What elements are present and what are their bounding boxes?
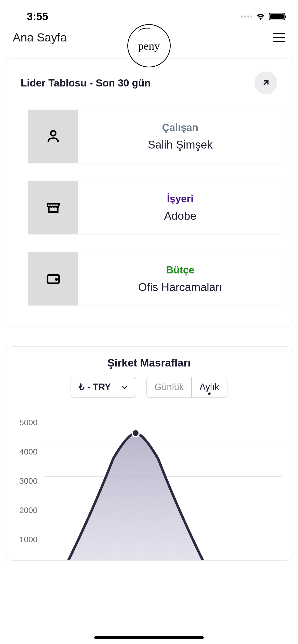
status-time: 3:55 xyxy=(27,10,48,23)
y-tick: 1000 xyxy=(19,535,37,560)
chart-peak-marker xyxy=(132,430,139,437)
home-indicator[interactable] xyxy=(94,636,204,639)
app-logo[interactable]: peny xyxy=(127,24,171,67)
chart-area: 1000 2000 3000 4000 5000 xyxy=(16,418,282,560)
chart-title: Şirket Masrafları xyxy=(16,357,282,369)
wifi-icon xyxy=(255,12,266,21)
toggle-monthly[interactable]: Aylık xyxy=(192,377,227,397)
list-content: İşyeri Adobe xyxy=(78,181,282,234)
expand-button[interactable] xyxy=(254,71,277,94)
chevron-down-icon xyxy=(121,385,128,389)
cellular-dots-icon xyxy=(241,16,252,18)
toggle-daily[interactable]: Günlük xyxy=(147,377,192,397)
list-label: İşyeri xyxy=(167,193,194,204)
store-icon xyxy=(28,181,78,234)
currency-selector[interactable]: ₺ - TRY xyxy=(71,377,136,398)
card-header: Lider Tablosu - Son 30 gün xyxy=(16,71,282,94)
period-toggle: Günlük Aylık xyxy=(146,377,227,398)
list-value: Ofis Harcamaları xyxy=(138,281,222,294)
leaderboard-item-workplace[interactable]: İşyeri Adobe xyxy=(28,181,282,234)
list-label: Bütçe xyxy=(166,264,194,276)
y-axis: 1000 2000 3000 4000 5000 xyxy=(19,418,37,560)
leaderboard-card: Lider Tablosu - Son 30 gün Çalışan Salih… xyxy=(5,58,293,326)
person-icon xyxy=(28,110,78,163)
leaderboard-item-budget[interactable]: Bütçe Ofis Harcamaları xyxy=(28,252,282,305)
status-icons xyxy=(241,12,285,21)
chart-line xyxy=(44,420,282,560)
app-header: Ana Sayfa peny xyxy=(0,28,298,52)
svg-point-0 xyxy=(51,131,56,136)
list-content: Bütçe Ofis Harcamaları xyxy=(78,252,282,305)
leaderboard-item-employee[interactable]: Çalışan Salih Şimşek xyxy=(28,110,282,163)
list-label: Çalışan xyxy=(162,122,198,133)
wallet-icon xyxy=(28,252,78,305)
page-title: Ana Sayfa xyxy=(13,31,67,44)
y-tick: 3000 xyxy=(19,476,37,502)
arrow-up-right-icon xyxy=(261,78,271,88)
logo-circle: peny xyxy=(127,24,171,67)
chart-controls: ₺ - TRY Günlük Aylık xyxy=(16,377,282,398)
battery-icon xyxy=(269,13,285,20)
y-tick: 4000 xyxy=(19,447,37,473)
expenses-card: Şirket Masrafları ₺ - TRY Günlük Aylık 1… xyxy=(5,346,293,561)
leaderboard-title: Lider Tablosu - Son 30 gün xyxy=(21,77,151,89)
currency-label: ₺ - TRY xyxy=(79,382,111,392)
list-value: Salih Şimşek xyxy=(148,138,212,151)
main-content: Lider Tablosu - Son 30 gün Çalışan Salih… xyxy=(0,52,298,567)
list-content: Çalışan Salih Şimşek xyxy=(78,110,282,163)
y-tick: 5000 xyxy=(19,418,37,443)
hamburger-menu-icon[interactable] xyxy=(273,33,285,42)
y-tick: 2000 xyxy=(19,506,37,531)
status-bar: 3:55 xyxy=(0,0,298,28)
list-value: Adobe xyxy=(164,210,196,222)
svg-point-2 xyxy=(56,279,57,280)
